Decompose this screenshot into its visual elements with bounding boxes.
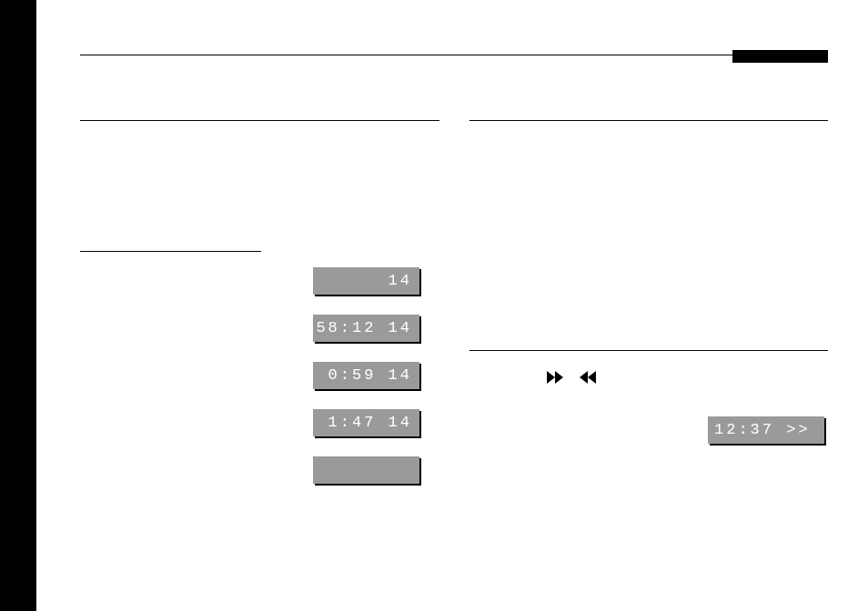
display-elapsed-time: 0:59 14: [313, 362, 419, 389]
svg-marker-1: [555, 371, 563, 384]
right-column-rule: [469, 120, 828, 121]
right-subsection-rule: [469, 350, 828, 351]
top-horizontal-rule: [80, 55, 828, 55]
svg-marker-3: [588, 371, 596, 384]
display-seek-time: 12:37 >>: [708, 416, 824, 444]
svg-marker-0: [547, 371, 555, 384]
display-blank: [313, 456, 419, 484]
display-remaining-time: 1:47 14: [313, 409, 419, 436]
display-total-time: 58:12 14: [313, 315, 419, 342]
display-track-number: 14: [313, 267, 419, 295]
seek-icons: [547, 371, 601, 387]
left-column-rule: [80, 120, 439, 121]
section-tab-marker: [732, 50, 828, 63]
left-subsection-rule: [80, 251, 261, 252]
svg-marker-2: [580, 371, 588, 384]
left-sidebar-bar: [0, 0, 36, 611]
